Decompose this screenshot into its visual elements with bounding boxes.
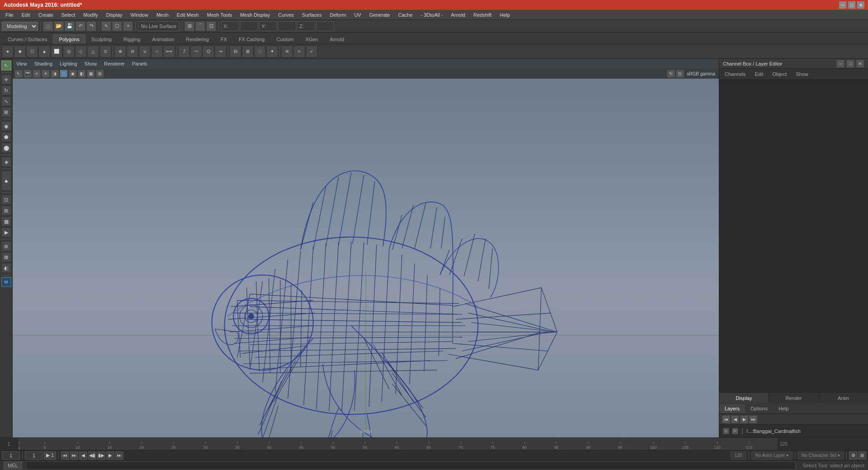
viewport[interactable]: ViewShadingLightingShowRendererPanels ↖ … bbox=[13, 59, 719, 437]
menu-item-surfaces[interactable]: Surfaces bbox=[298, 11, 325, 19]
prism-icon-btn[interactable]: ◇ bbox=[75, 46, 87, 57]
menu-item-arnold[interactable]: Arnold bbox=[447, 11, 469, 19]
vp-frame-btn[interactable]: ⊡ bbox=[676, 70, 684, 78]
paint-select-btn[interactable]: ⬤ bbox=[1, 143, 11, 153]
layer-tab-options[interactable]: Options bbox=[745, 404, 773, 413]
layer-playback-btn[interactable]: P bbox=[732, 428, 738, 434]
snap-point-btn[interactable]: ⊡ bbox=[206, 21, 216, 31]
menu-item-curves[interactable]: Curves bbox=[274, 11, 297, 19]
step-back-btn[interactable]: ⏭ bbox=[70, 451, 78, 460]
menu-item-modify[interactable]: Modify bbox=[80, 11, 101, 19]
layer-tab-layers[interactable]: Layers bbox=[719, 404, 745, 413]
tab-rendering[interactable]: Rendering bbox=[180, 34, 215, 44]
grid-btn[interactable]: ⊞ bbox=[1, 206, 11, 216]
menu-item-create[interactable]: Create bbox=[35, 11, 57, 19]
cb-expand-btn[interactable]: □ bbox=[846, 60, 854, 68]
menu-item-display[interactable]: Display bbox=[103, 11, 126, 19]
go-start-btn[interactable]: ⏮ bbox=[61, 451, 69, 460]
pyramid-icon-btn[interactable]: △ bbox=[87, 46, 99, 57]
cone-icon-btn[interactable]: ▲ bbox=[38, 46, 50, 57]
maximize-button[interactable]: □ bbox=[848, 1, 855, 9]
lasso-select-btn[interactable]: ⬟ bbox=[1, 132, 11, 142]
menu-item-cache[interactable]: Cache bbox=[395, 11, 416, 19]
close-button[interactable]: ✕ bbox=[857, 1, 864, 9]
bottom-tab-render[interactable]: Render bbox=[769, 393, 819, 403]
tab-sculpting[interactable]: Sculpting bbox=[85, 34, 118, 44]
tab-arnold[interactable]: Arnold bbox=[324, 34, 350, 44]
open-scene-btn[interactable]: 📂 bbox=[54, 21, 64, 31]
menu-item-window[interactable]: Window bbox=[127, 11, 152, 19]
soft-select-btn[interactable]: ◉ bbox=[1, 121, 11, 131]
show-manip-btn[interactable]: ◈ bbox=[1, 157, 11, 167]
loop-cut-btn[interactable]: ⊟ bbox=[230, 46, 241, 57]
anim-options-btn[interactable]: ⊞ bbox=[858, 451, 866, 460]
layer-next-btn[interactable]: ▶ bbox=[740, 415, 748, 423]
cb-tab-channels[interactable]: Channels bbox=[723, 70, 747, 78]
smooth-btn[interactable]: ≋ bbox=[281, 46, 293, 57]
average-vertices-btn[interactable]: ≈ bbox=[293, 46, 305, 57]
tab-animation[interactable]: Animation bbox=[146, 34, 180, 44]
vp-rotate-btn[interactable]: ↻ bbox=[667, 70, 675, 78]
boolean-diff-btn[interactable]: ∩ bbox=[151, 46, 163, 57]
sphere-icon-btn[interactable]: ● bbox=[2, 46, 14, 57]
move-tool-btn[interactable]: ✛ bbox=[1, 75, 11, 85]
vp-smooth-btn[interactable]: ◉ bbox=[69, 70, 77, 78]
snap-grid-btn[interactable]: ⊞ bbox=[184, 21, 194, 31]
uv-editor-btn[interactable]: ⊠ bbox=[1, 252, 11, 262]
menu-item-mesh[interactable]: Mesh bbox=[153, 11, 172, 19]
redo-btn[interactable]: ↷ bbox=[86, 21, 96, 31]
camera-tools-btn[interactable]: ⊡ bbox=[1, 195, 11, 205]
viewport-menu-panels[interactable]: Panels bbox=[132, 61, 147, 66]
tab-polygons[interactable]: Polygons bbox=[53, 34, 85, 44]
save-scene-btn[interactable]: 💾 bbox=[65, 21, 75, 31]
viewport-menu-show[interactable]: Show bbox=[85, 61, 97, 66]
menu-item-select[interactable]: Select bbox=[58, 11, 79, 19]
menu-item-generate[interactable]: Generate bbox=[366, 11, 394, 19]
bevel-btn[interactable]: ⌬ bbox=[203, 46, 214, 57]
tab-fx-caching[interactable]: FX Caching bbox=[233, 34, 270, 44]
ring-btn[interactable]: ⊞ bbox=[242, 46, 254, 57]
vp-shadow-btn[interactable]: ◑ bbox=[51, 70, 59, 78]
viewport-menu-lighting[interactable]: Lighting bbox=[60, 61, 77, 66]
tab-curves--surfaces[interactable]: Curves / Surfaces bbox=[2, 34, 53, 44]
menu-item---3dtoall--[interactable]: - 3DtoAll - bbox=[417, 11, 447, 19]
back-frame-btn[interactable]: ◀▮ bbox=[88, 451, 96, 460]
lasso-btn[interactable]: ⬡ bbox=[112, 21, 122, 31]
tab-xgen[interactable]: XGen bbox=[299, 34, 324, 44]
menu-item-mesh-tools[interactable]: Mesh Tools bbox=[203, 11, 236, 19]
universal-manip-btn[interactable]: ⊞ bbox=[1, 107, 11, 117]
quick-sel-btn[interactable]: ⊛ bbox=[1, 241, 11, 251]
menu-item-uv[interactable]: UV bbox=[351, 11, 365, 19]
vp-attr-btn[interactable]: ≡ bbox=[33, 70, 41, 78]
snap-magnet-btn[interactable]: ◆ bbox=[1, 171, 11, 191]
paint-btn[interactable]: ⚬ bbox=[123, 21, 133, 31]
vp-select-btn[interactable]: ↖ bbox=[14, 70, 23, 78]
cb-tab-show[interactable]: Show bbox=[794, 70, 810, 78]
layout-btn[interactable]: ▦ bbox=[1, 216, 11, 226]
menu-item-mesh-display[interactable]: Mesh Display bbox=[236, 11, 274, 19]
menu-item-edit-mesh[interactable]: Edit Mesh bbox=[173, 11, 203, 19]
poke-btn[interactable]: ✦ bbox=[266, 46, 278, 57]
separate-btn[interactable]: ⊖ bbox=[127, 46, 138, 57]
bottom-tab-anim[interactable]: Anim bbox=[819, 393, 868, 403]
layer-prev-btn[interactable]: ◀ bbox=[731, 415, 739, 423]
viewport-menu-view[interactable]: View bbox=[16, 61, 27, 66]
play-fwd-btn[interactable]: ▶ bbox=[106, 451, 114, 460]
rotate-tool-btn[interactable]: ↻ bbox=[1, 85, 11, 95]
bottom-tab-display[interactable]: Display bbox=[719, 393, 769, 403]
fwd-frame-btn[interactable]: ▮▶ bbox=[97, 451, 105, 460]
new-scene-btn[interactable]: □ bbox=[43, 21, 53, 31]
workspace-dropdown[interactable]: Modeling bbox=[2, 22, 38, 31]
vp-light-btn[interactable]: ☀ bbox=[42, 70, 50, 78]
no-anim-layer-dropdown[interactable]: No Anim Layer ▾ bbox=[751, 451, 793, 460]
torus-icon-btn[interactable]: ◎ bbox=[63, 46, 75, 57]
layer-tab-help[interactable]: Help bbox=[773, 404, 794, 413]
select-btn[interactable]: ↖ bbox=[101, 21, 111, 31]
menu-item-redshift[interactable]: Redshift bbox=[470, 11, 495, 19]
layer-add-btn[interactable]: ⏮ bbox=[722, 415, 730, 423]
merge-btn[interactable]: ⇒ bbox=[215, 46, 226, 57]
go-end-btn[interactable]: ⏭ bbox=[115, 451, 123, 460]
pipe-icon-btn[interactable]: ⊙ bbox=[99, 46, 111, 57]
mel-input[interactable] bbox=[26, 461, 796, 470]
menu-item-edit[interactable]: Edit bbox=[18, 11, 34, 19]
